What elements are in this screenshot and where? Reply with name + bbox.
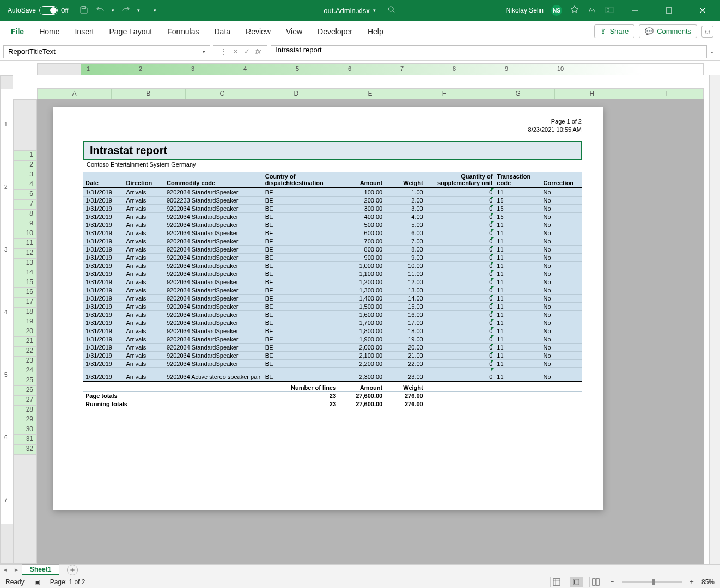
cell-qty[interactable]: 0 bbox=[425, 212, 495, 220]
cell-corr[interactable]: No bbox=[541, 196, 582, 204]
ribbon-display-icon[interactable] bbox=[605, 5, 614, 16]
cell-dir[interactable]: Arrivals bbox=[124, 286, 164, 294]
cell-comm[interactable]: 9202034 StandardSpeaker bbox=[164, 318, 263, 327]
cell-amt[interactable]: 500.00 bbox=[338, 220, 385, 229]
cell-txn[interactable]: 11 bbox=[495, 343, 541, 351]
row-header-21[interactable]: 21 bbox=[14, 337, 36, 347]
cell-qty[interactable]: 0 bbox=[425, 343, 495, 351]
col-header-B[interactable]: B bbox=[112, 89, 186, 99]
cell-txn[interactable]: 11 bbox=[495, 310, 541, 318]
cell-wt[interactable]: 6.00 bbox=[385, 229, 425, 237]
cell-dir[interactable]: Arrivals bbox=[124, 278, 164, 286]
cell-ctry[interactable]: BE bbox=[263, 196, 338, 204]
cell-wt[interactable]: 20.00 bbox=[385, 343, 425, 351]
cell-amt[interactable]: 1,600.00 bbox=[338, 310, 385, 318]
cell-corr[interactable]: No bbox=[541, 359, 582, 367]
cell-date[interactable]: 1/31/2019 bbox=[83, 188, 124, 197]
undo-icon[interactable] bbox=[95, 5, 105, 16]
cell-date[interactable]: 1/31/2019 bbox=[83, 359, 124, 367]
cell-wt[interactable]: 5.00 bbox=[385, 220, 425, 229]
cell-txn[interactable]: 11 bbox=[495, 327, 541, 335]
cell-amt[interactable]: 1,700.00 bbox=[338, 318, 385, 327]
cell-txn[interactable]: 15 bbox=[495, 204, 541, 212]
zoom-in-button[interactable]: ＋ bbox=[688, 577, 695, 586]
cell-dir[interactable]: Arrivals bbox=[124, 302, 164, 310]
cell-wt[interactable]: 11.00 bbox=[385, 270, 425, 278]
cell-date[interactable]: 1/31/2019 bbox=[83, 351, 124, 359]
zoom-slider[interactable] bbox=[622, 581, 682, 583]
cell-date[interactable]: 1/31/2019 bbox=[83, 302, 124, 310]
table-row[interactable]: 1/31/2019Arrivals9202034 StandardSpeaker… bbox=[83, 359, 582, 367]
cell-wt[interactable]: 21.00 bbox=[385, 351, 425, 359]
cell-ctry[interactable]: BE bbox=[263, 359, 338, 367]
cell-amt[interactable]: 800.00 bbox=[338, 245, 385, 253]
redo-icon[interactable] bbox=[121, 5, 131, 16]
table-row[interactable]: 1/31/2019Arrivals9202034 Active stereo s… bbox=[83, 367, 582, 381]
formula-input[interactable]: Intrastat report bbox=[271, 45, 707, 58]
cell-amt[interactable]: 1,000.00 bbox=[338, 261, 385, 270]
cell-wt[interactable]: 9.00 bbox=[385, 253, 425, 261]
cell-corr[interactable]: No bbox=[541, 367, 582, 381]
cell-amt[interactable]: 2,200.00 bbox=[338, 359, 385, 367]
cell-qty[interactable]: 0 bbox=[425, 229, 495, 237]
cell-amt[interactable]: 1,400.00 bbox=[338, 294, 385, 302]
cell-ctry[interactable]: BE bbox=[263, 204, 338, 212]
cell-date[interactable]: 1/31/2019 bbox=[83, 204, 124, 212]
table-row[interactable]: 1/31/2019Arrivals9202034 StandardSpeaker… bbox=[83, 220, 582, 229]
cell-qty[interactable]: 0 bbox=[425, 310, 495, 318]
cell-ctry[interactable]: BE bbox=[263, 302, 338, 310]
hdr-quantity[interactable]: Quantity of supplementary unit bbox=[425, 172, 495, 188]
cell-txn[interactable]: 11 bbox=[495, 229, 541, 237]
cell-wt[interactable]: 10.00 bbox=[385, 261, 425, 270]
cell-amt[interactable]: 1,300.00 bbox=[338, 286, 385, 294]
undo-dropdown-icon[interactable]: ▾ bbox=[112, 8, 114, 13]
cell-qty[interactable]: 0 bbox=[425, 286, 495, 294]
tab-review[interactable]: Review bbox=[238, 21, 278, 42]
cell-corr[interactable]: No bbox=[541, 318, 582, 327]
sheet-tab-active[interactable]: Sheet1 bbox=[22, 564, 59, 575]
row-header-20[interactable]: 20 bbox=[14, 327, 36, 337]
enter-icon[interactable]: ✓ bbox=[244, 47, 250, 56]
row-header-10[interactable]: 10 bbox=[14, 229, 36, 239]
cell-wt[interactable]: 23.00 bbox=[385, 367, 425, 381]
cell-dir[interactable]: Arrivals bbox=[124, 310, 164, 318]
cell-date[interactable]: 1/31/2019 bbox=[83, 310, 124, 318]
cell-date[interactable]: 1/31/2019 bbox=[83, 237, 124, 245]
column-headers[interactable]: ABCDEFGHI bbox=[37, 88, 704, 99]
cell-date[interactable]: 1/31/2019 bbox=[83, 327, 124, 335]
cell-ctry[interactable]: BE bbox=[263, 261, 338, 270]
cell-txn[interactable]: 11 bbox=[495, 318, 541, 327]
row-header-26[interactable]: 26 bbox=[14, 386, 36, 396]
cell-amt[interactable]: 2,000.00 bbox=[338, 343, 385, 351]
cell-wt[interactable]: 15.00 bbox=[385, 302, 425, 310]
cell-wt[interactable]: 1.00 bbox=[385, 188, 425, 197]
cell-corr[interactable]: No bbox=[541, 245, 582, 253]
cell-amt[interactable]: 700.00 bbox=[338, 237, 385, 245]
col-header-A[interactable]: A bbox=[38, 89, 112, 99]
cell-wt[interactable]: 12.00 bbox=[385, 278, 425, 286]
cell-comm[interactable]: 9202034 StandardSpeaker bbox=[164, 310, 263, 318]
cell-date[interactable]: 1/31/2019 bbox=[83, 220, 124, 229]
cell-amt[interactable]: 2,100.00 bbox=[338, 351, 385, 359]
col-header-D[interactable]: D bbox=[259, 89, 333, 99]
cell-comm[interactable]: 9202034 StandardSpeaker bbox=[164, 294, 263, 302]
cell-amt[interactable]: 1,800.00 bbox=[338, 327, 385, 335]
row-header-7[interactable]: 7 bbox=[14, 200, 36, 210]
cell-ctry[interactable]: BE bbox=[263, 220, 338, 229]
cell-comm[interactable]: 9202034 StandardSpeaker bbox=[164, 335, 263, 343]
cell-wt[interactable]: 22.00 bbox=[385, 359, 425, 367]
cell-wt[interactable]: 7.00 bbox=[385, 237, 425, 245]
cell-dir[interactable]: Arrivals bbox=[124, 359, 164, 367]
cell-amt[interactable]: 1,100.00 bbox=[338, 270, 385, 278]
cell-wt[interactable]: 13.00 bbox=[385, 286, 425, 294]
row-header-23[interactable]: 23 bbox=[14, 357, 36, 366]
cell-txn[interactable]: 11 bbox=[495, 351, 541, 359]
cell-corr[interactable]: No bbox=[541, 343, 582, 351]
row-header-28[interactable]: 28 bbox=[14, 406, 36, 415]
row-headers[interactable]: 1234678910111213141516171819202122232425… bbox=[13, 99, 37, 564]
cell-qty[interactable]: 0 bbox=[425, 261, 495, 270]
cell-date[interactable]: 1/31/2019 bbox=[83, 335, 124, 343]
cell-dir[interactable]: Arrivals bbox=[124, 204, 164, 212]
table-row[interactable]: 1/31/2019Arrivals9202034 StandardSpeaker… bbox=[83, 310, 582, 318]
zoom-level[interactable]: 85% bbox=[701, 578, 715, 586]
